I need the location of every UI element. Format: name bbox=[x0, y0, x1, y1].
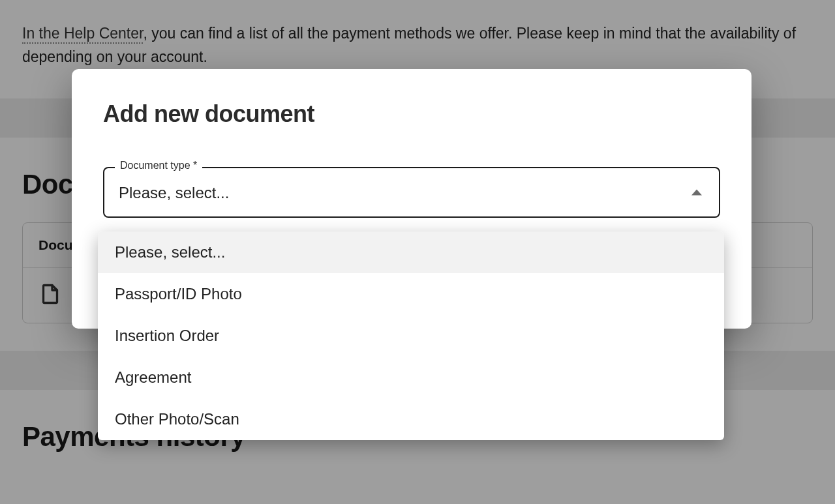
dropdown-option-please-select[interactable]: Please, select... bbox=[98, 231, 724, 273]
document-type-select-value: Please, select... bbox=[119, 184, 229, 202]
document-type-label: Document type * bbox=[115, 160, 202, 171]
chevron-up-icon bbox=[691, 190, 702, 196]
dropdown-option-agreement[interactable]: Agreement bbox=[98, 357, 724, 398]
dropdown-option-other-photo-scan[interactable]: Other Photo/Scan bbox=[98, 398, 724, 440]
modal-title: Add new document bbox=[103, 100, 720, 128]
document-type-select[interactable]: Please, select... bbox=[103, 167, 720, 218]
dropdown-option-insertion-order[interactable]: Insertion Order bbox=[98, 315, 724, 357]
dropdown-option-passport-id-photo[interactable]: Passport/ID Photo bbox=[98, 273, 724, 315]
document-type-dropdown: Please, select... Passport/ID Photo Inse… bbox=[98, 231, 724, 440]
document-type-field: Document type * Please, select... bbox=[103, 167, 720, 218]
